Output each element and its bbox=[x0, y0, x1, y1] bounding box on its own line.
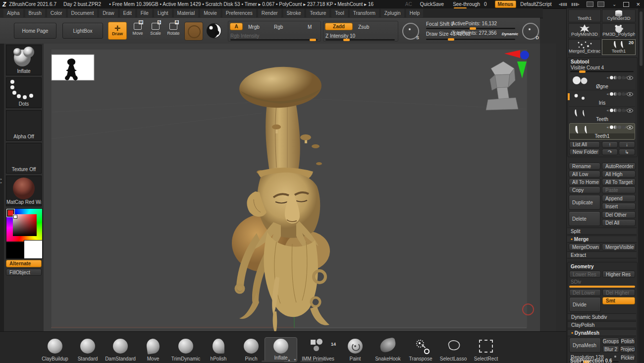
tray-imm-primitives[interactable]: 14 IMM Primitives bbox=[299, 339, 337, 362]
tool-slot-polymesh3d[interactable]: PolyMesh3D bbox=[568, 23, 601, 38]
tray-inflate-selected[interactable]: Inflate bbox=[265, 337, 297, 362]
primary-color-swatch[interactable] bbox=[24, 240, 43, 259]
zsub-button[interactable]: Zsub bbox=[358, 24, 369, 30]
rgb-button[interactable]: Rgb bbox=[274, 24, 283, 30]
menu-movie[interactable]: Movie bbox=[200, 8, 221, 18]
zscript-button[interactable]: DefaultZScript bbox=[520, 1, 551, 7]
subtool-arrow-icon[interactable]: ◄ bbox=[606, 109, 609, 112]
alpha-thumb[interactable]: Alpha Off bbox=[6, 110, 42, 141]
tool-slot-merged-extract[interactable]: Merged_Extract2 bbox=[568, 39, 601, 55]
tool-slot-cylinder3d[interactable]: Cylinder3D bbox=[602, 9, 636, 22]
paste-button[interactable]: Paste bbox=[602, 186, 636, 193]
tray-move[interactable]: Move bbox=[137, 339, 169, 362]
restore-icon[interactable] bbox=[623, 2, 629, 7]
lower-res-button[interactable]: Lower Res bbox=[569, 271, 601, 278]
tool-slot-pm3d-polysphere[interactable]: PM3D_PolySphere bbox=[602, 23, 636, 38]
rotate-mode-button[interactable]: R Rotate bbox=[165, 23, 181, 40]
extract-section[interactable]: Extract bbox=[567, 251, 637, 258]
current-material-icon[interactable] bbox=[205, 22, 223, 40]
dynamesh-button[interactable]: DynaMesh bbox=[569, 338, 601, 353]
menu-zplugin[interactable]: Zplugin bbox=[380, 8, 405, 18]
delete-button[interactable]: Delete bbox=[569, 211, 600, 226]
project-button[interactable]: Project bbox=[620, 346, 635, 353]
secondary-color-swatch[interactable] bbox=[6, 242, 25, 259]
menu-stroke[interactable]: Stroke bbox=[283, 8, 305, 18]
tray-claybuildup[interactable]: ClayBuildup bbox=[39, 339, 71, 362]
lightbox-button[interactable]: LightBox bbox=[62, 23, 103, 39]
visible-count-slider[interactable]: Visible Count 4 bbox=[568, 65, 637, 70]
menu-document[interactable]: Document bbox=[67, 8, 98, 18]
minimize-icon[interactable]: ⌄ bbox=[612, 1, 616, 7]
uv-toggle-icon[interactable] bbox=[618, 76, 621, 79]
subtool-arrow-icon[interactable]: ◄ bbox=[606, 92, 609, 96]
current-stroke-thumb[interactable]: Dots bbox=[6, 77, 42, 108]
rename-button[interactable]: Rename bbox=[569, 163, 600, 170]
right-scroll[interactable] bbox=[638, 8, 644, 363]
subtool-down-button[interactable]: ↓ bbox=[619, 141, 635, 148]
tray-trimdynamic[interactable]: TrimDynamic bbox=[169, 339, 202, 362]
move-into-folder-button[interactable]: ↳ bbox=[619, 149, 635, 155]
divide-button[interactable]: Divide bbox=[569, 297, 601, 312]
menu-preferences[interactable]: Preferences bbox=[222, 8, 257, 18]
smt-button[interactable]: Smt bbox=[602, 297, 635, 304]
del-higher-button[interactable]: Del Higher bbox=[602, 289, 635, 296]
tray-standard[interactable]: Standard bbox=[71, 339, 104, 362]
subtool-arrow-icon[interactable]: ◄ bbox=[606, 76, 609, 79]
menu-draw[interactable]: Draw bbox=[99, 8, 118, 18]
menu-light[interactable]: Light bbox=[154, 8, 172, 18]
scale-mode-button[interactable]: S Scale bbox=[148, 23, 163, 40]
eye-visibility-icon[interactable] bbox=[627, 76, 633, 80]
uv-toggle-icon[interactable] bbox=[618, 109, 621, 112]
polypaint-half-icon[interactable] bbox=[614, 92, 617, 96]
material-thumb[interactable]: MatCap Red Wax bbox=[6, 176, 42, 206]
subtool-row-teeth[interactable]: ◄ ∕ Teeth bbox=[569, 107, 635, 123]
palette-dock-left-icon[interactable] bbox=[587, 1, 593, 7]
all-to-target-button[interactable]: All To Target bbox=[602, 179, 636, 185]
tray-selectlasso[interactable]: SelectLasso bbox=[437, 339, 470, 362]
uv-half-icon[interactable] bbox=[622, 92, 625, 96]
draw-mode-button[interactable]: ✛ Draw bbox=[108, 22, 127, 40]
split-section[interactable]: Split bbox=[567, 228, 637, 235]
polypaint-on-icon[interactable] bbox=[610, 109, 613, 112]
color-a-button[interactable]: A bbox=[230, 23, 243, 30]
eye-visibility-icon[interactable] bbox=[627, 125, 633, 129]
subtool-row-ogne[interactable]: ◄ ∕ Øgne bbox=[569, 74, 635, 90]
see-through-slider[interactable]: See-through 0 bbox=[453, 1, 486, 7]
tray-transpose[interactable]: Transpose bbox=[404, 339, 437, 362]
palette-dock-right-icon[interactable] bbox=[597, 1, 604, 7]
subtool-arrow-icon[interactable]: ◄ bbox=[606, 125, 609, 129]
close-icon[interactable]: × bbox=[636, 0, 640, 8]
subprojection-row[interactable]: SubProjection 0.6 bbox=[570, 358, 637, 363]
rgb-intensity-slider[interactable] bbox=[230, 39, 318, 41]
uv-toggle-icon[interactable] bbox=[618, 125, 621, 129]
duplicate-button[interactable]: Duplicate bbox=[569, 195, 600, 210]
menu-color[interactable]: Color bbox=[47, 8, 66, 18]
divider-slide-right-icon[interactable]: ▮▮▮▸ bbox=[571, 2, 580, 6]
del-other-button[interactable]: Del Other bbox=[602, 211, 636, 218]
move-mode-button[interactable]: M Move bbox=[130, 23, 146, 40]
depth-mask-icon[interactable]: D bbox=[522, 23, 539, 40]
mergedown-button[interactable]: MergeDown bbox=[569, 243, 600, 250]
polypaint-half-icon[interactable] bbox=[614, 109, 617, 112]
home-page-button[interactable]: Home Page bbox=[14, 23, 56, 39]
polish-button[interactable]: Polish bbox=[620, 338, 635, 345]
all-high-button[interactable]: All High bbox=[602, 171, 636, 178]
polypaint-on-icon[interactable] bbox=[610, 92, 613, 96]
panel-collapse-handle[interactable]: ▸▸ bbox=[0, 178, 2, 184]
uv-toggle-icon[interactable] bbox=[618, 92, 621, 96]
copy-button[interactable]: Copy bbox=[569, 186, 600, 193]
merge-section[interactable]: •Merge bbox=[567, 236, 637, 242]
groups-button[interactable]: Groups bbox=[602, 338, 619, 345]
uv-half-icon[interactable] bbox=[622, 125, 625, 129]
alternate-button[interactable]: Alternate bbox=[6, 260, 42, 267]
tray-scroll-down-icon[interactable]: ▼ bbox=[293, 358, 297, 362]
menu-material[interactable]: Material bbox=[173, 8, 199, 18]
menu-transform[interactable]: Transform bbox=[349, 8, 379, 18]
menu-alpha[interactable]: Alpha bbox=[3, 8, 24, 18]
polypaint-on-icon[interactable] bbox=[610, 76, 613, 79]
texture-thumb[interactable]: Texture Off bbox=[6, 143, 42, 174]
menu-brush[interactable]: Brush bbox=[25, 8, 46, 18]
uv-half-icon[interactable] bbox=[622, 76, 625, 79]
stroke-type-icon[interactable]: S bbox=[402, 23, 419, 40]
mrgb-button[interactable]: Mrgb bbox=[248, 24, 260, 30]
